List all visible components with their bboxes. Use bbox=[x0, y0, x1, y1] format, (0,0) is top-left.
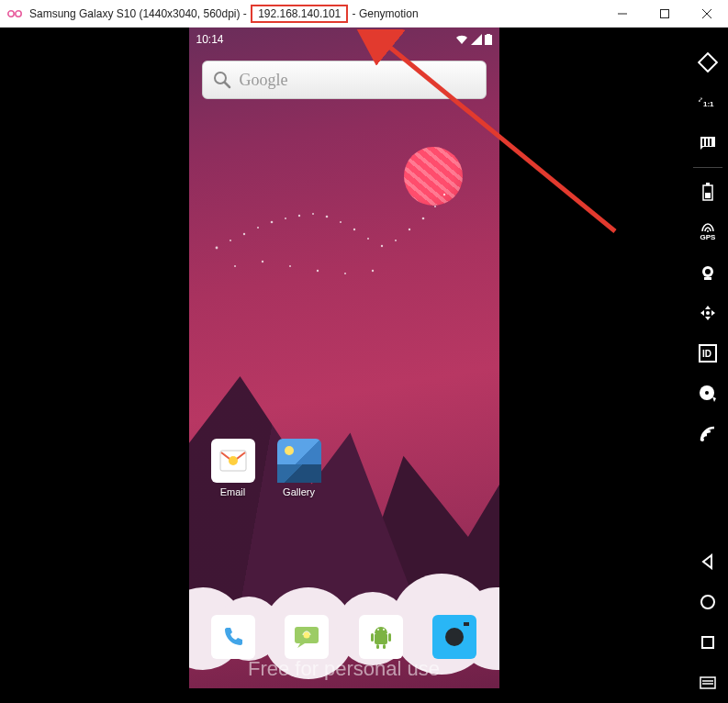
svg-rect-62 bbox=[702, 637, 713, 648]
phone-screen[interactable]: 10:14 Google bbox=[189, 28, 499, 688]
app-camera[interactable] bbox=[429, 615, 480, 659]
app-email[interactable]: Email bbox=[207, 439, 259, 497]
svg-rect-50 bbox=[705, 193, 711, 198]
app-apps[interactable] bbox=[355, 615, 407, 659]
svg-point-23 bbox=[434, 206, 436, 207]
svg-point-27 bbox=[289, 265, 291, 267]
statusbar-right bbox=[455, 34, 492, 45]
svg-rect-40 bbox=[376, 644, 379, 649]
svg-point-15 bbox=[325, 216, 328, 218]
svg-point-9 bbox=[242, 233, 244, 235]
app-gallery[interactable]: Gallery bbox=[274, 439, 325, 497]
gps-button[interactable]: GPS bbox=[688, 212, 728, 252]
svg-point-12 bbox=[285, 218, 286, 219]
android-menu-button[interactable] bbox=[688, 663, 728, 703]
svg-rect-2 bbox=[661, 9, 669, 17]
svg-rect-45 bbox=[702, 139, 704, 146]
svg-rect-42 bbox=[699, 53, 717, 72]
svg-point-19 bbox=[380, 245, 382, 247]
svg-point-30 bbox=[371, 270, 373, 272]
svg-point-29 bbox=[344, 273, 346, 274]
svg-point-16 bbox=[340, 221, 342, 223]
svg-rect-4 bbox=[485, 35, 492, 45]
svg-point-17 bbox=[353, 229, 354, 230]
svg-rect-63 bbox=[700, 677, 715, 688]
svg-point-22 bbox=[421, 218, 424, 220]
emulator-viewport: 10:14 Google bbox=[0, 28, 688, 703]
svg-point-1 bbox=[16, 10, 21, 16]
close-button[interactable] bbox=[686, 0, 728, 28]
window-titlebar: Samsung Galaxy S10 (1440x3040, 560dpi) -… bbox=[0, 0, 728, 28]
svg-point-36 bbox=[377, 629, 379, 630]
identifier-button[interactable]: ID bbox=[688, 333, 728, 374]
svg-point-26 bbox=[261, 261, 263, 262]
genymotion-logo-icon bbox=[7, 8, 24, 19]
email-icon bbox=[211, 439, 255, 483]
svg-point-14 bbox=[312, 213, 314, 215]
network-button[interactable] bbox=[688, 414, 728, 454]
minimize-button[interactable] bbox=[601, 0, 644, 28]
statusbar-time: 10:14 bbox=[196, 33, 224, 46]
svg-point-37 bbox=[383, 629, 385, 630]
svg-point-32 bbox=[229, 456, 238, 465]
svg-point-51 bbox=[707, 230, 709, 232]
title-brand: Genymotion bbox=[359, 7, 419, 20]
svg-point-59 bbox=[705, 391, 709, 395]
svg-rect-46 bbox=[706, 139, 708, 146]
battery-button[interactable] bbox=[688, 172, 728, 212]
app-email-label: Email bbox=[220, 486, 246, 497]
svg-point-60 bbox=[700, 438, 704, 441]
svg-point-10 bbox=[257, 227, 259, 229]
svg-rect-35 bbox=[375, 633, 387, 644]
gps-label: GPS bbox=[700, 233, 716, 241]
home-dock bbox=[207, 615, 481, 659]
svg-point-25 bbox=[234, 265, 236, 267]
title-device: Samsung Galaxy S10 (1440x3040, 560dpi) bbox=[29, 7, 240, 20]
battery-icon bbox=[485, 34, 492, 45]
messaging-icon bbox=[285, 615, 329, 659]
app-phone[interactable] bbox=[207, 615, 259, 659]
svg-rect-47 bbox=[710, 139, 711, 146]
screencast-button[interactable] bbox=[688, 123, 728, 163]
rotate-button[interactable] bbox=[688, 42, 728, 83]
genymotion-sidebar: ⤢1:1 GPS ID bbox=[688, 28, 728, 703]
title-sep1: - bbox=[240, 7, 250, 20]
wallpaper-stars bbox=[198, 174, 492, 312]
android-recents-button[interactable] bbox=[688, 622, 728, 663]
svg-point-8 bbox=[230, 240, 231, 241]
search-placeholder: Google bbox=[240, 71, 288, 90]
app-messaging[interactable] bbox=[281, 615, 332, 659]
android-home-button[interactable] bbox=[688, 582, 728, 622]
svg-text:1:1: 1:1 bbox=[703, 100, 714, 108]
android-back-button[interactable] bbox=[688, 541, 728, 582]
android-icon bbox=[359, 615, 403, 659]
svg-rect-54 bbox=[704, 277, 711, 280]
svg-point-24 bbox=[442, 194, 444, 195]
svg-rect-41 bbox=[383, 644, 386, 649]
google-search-widget[interactable]: Google bbox=[202, 61, 487, 99]
svg-point-13 bbox=[297, 215, 299, 217]
svg-point-0 bbox=[8, 10, 14, 16]
svg-point-53 bbox=[705, 269, 711, 274]
camera-icon bbox=[432, 615, 476, 659]
window-title: Samsung Galaxy S10 (1440x3040, 560dpi) -… bbox=[29, 5, 419, 23]
phone-icon bbox=[211, 615, 255, 659]
svg-point-7 bbox=[215, 247, 218, 250]
disk-io-button[interactable] bbox=[688, 374, 728, 414]
svg-rect-39 bbox=[388, 633, 391, 642]
pixel-perfect-button[interactable]: ⤢1:1 bbox=[688, 83, 728, 123]
svg-text:ID: ID bbox=[702, 349, 711, 359]
sidebar-separator bbox=[693, 167, 722, 168]
signal-icon bbox=[471, 34, 482, 45]
svg-point-55 bbox=[706, 311, 710, 315]
title-ip: 192.168.140.101 bbox=[251, 5, 348, 23]
gallery-icon bbox=[277, 439, 321, 483]
camera-button[interactable] bbox=[688, 252, 728, 293]
maximize-button[interactable] bbox=[644, 0, 686, 28]
svg-point-21 bbox=[408, 229, 409, 230]
wifi-icon bbox=[455, 34, 468, 45]
remote-button[interactable] bbox=[688, 293, 728, 333]
android-statusbar: 10:14 bbox=[189, 28, 499, 51]
svg-point-11 bbox=[270, 221, 273, 224]
svg-rect-49 bbox=[706, 183, 710, 185]
